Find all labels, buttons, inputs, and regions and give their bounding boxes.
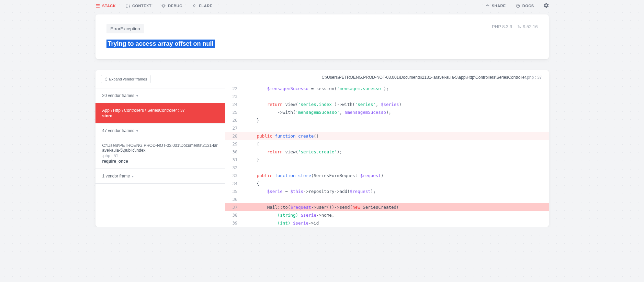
code-line-error: 37 Mail::to($request->user())->send(new … <box>225 203 549 211</box>
settings-button[interactable] <box>544 3 549 9</box>
vendor-frames-group-2[interactable]: 47 vendor frames ▾ <box>95 123 225 138</box>
expand-icon <box>105 77 108 81</box>
stack-icon <box>95 3 100 8</box>
code-line: 32 <box>225 164 549 172</box>
line-number: 29 <box>225 140 242 148</box>
exception-class-badge: ErrorException <box>106 24 144 33</box>
vendor-frames-3-label: 1 vendor frame <box>102 174 130 178</box>
frame-detail[interactable]: C:\Users\PETROENG.PROD-NOT-03.001\Docume… <box>95 138 225 169</box>
debug-icon <box>161 3 166 8</box>
code-line: 24 return view('series.index')->with('se… <box>225 100 549 108</box>
vendor-frames-group-3[interactable]: 1 vendor frame ▾ <box>95 169 225 184</box>
nav-share[interactable]: SHARE <box>485 3 506 8</box>
frame-detail-function: require_once <box>102 159 218 164</box>
vendor-frames-2-label: 47 vendor frames <box>102 128 134 133</box>
line-number: 26 <box>225 116 242 124</box>
error-header-card: ErrorException PHP 8.3.9 9.52.16 Trying … <box>95 14 549 59</box>
chevron-down-icon: ▾ <box>136 129 138 133</box>
nav-docs-label: DOCS <box>522 4 534 8</box>
line-number: 22 <box>225 85 242 93</box>
line-number: 23 <box>225 93 242 100</box>
svg-point-1 <box>162 5 165 7</box>
chevron-down-icon: ▾ <box>132 174 134 178</box>
code-line: 39 (int) $serie->id <box>225 219 549 227</box>
line-number: 31 <box>225 156 242 164</box>
code-line: 27 <box>225 124 549 132</box>
gear-icon <box>544 3 549 8</box>
frame-detail-meta: .php : 51 <box>102 153 218 158</box>
share-icon <box>485 3 490 8</box>
code-line: 22 $mensagemSucesso = session('mensagem.… <box>225 85 549 93</box>
nav-flare[interactable]: FLARE <box>192 3 212 8</box>
line-number: 36 <box>225 195 242 203</box>
code-line: 33 public function store(SeriesFormReque… <box>225 172 549 180</box>
code-line: 29 { <box>225 140 549 148</box>
version-info: PHP 8.3.9 9.52.16 <box>492 24 538 29</box>
code-line: 26 } <box>225 116 549 124</box>
svg-rect-0 <box>126 4 129 8</box>
laravel-version: 9.52.16 <box>523 24 538 29</box>
nav-debug[interactable]: DEBUG <box>161 3 182 8</box>
line-number: 37 <box>225 203 242 211</box>
stack-trace-card: Expand vendor frames 20 vendor frames ▾ … <box>95 70 549 227</box>
line-number: 30 <box>225 148 242 156</box>
code-line: 25 ->with('mensagemSucesso', $mensagemSu… <box>225 108 549 116</box>
code-line: 31 } <box>225 156 549 164</box>
stack-sidebar: Expand vendor frames 20 vendor frames ▾ … <box>95 70 225 227</box>
flare-icon <box>192 3 197 8</box>
code-file-path-text: C:\Users\PETROENG.PROD-NOT-03.001\Docume… <box>322 75 526 80</box>
line-number: 32 <box>225 164 242 172</box>
top-nav: STACK CONTEXT DEBUG FLARE <box>95 0 549 14</box>
code-line: 34 { <box>225 180 549 187</box>
line-number: 35 <box>225 187 242 195</box>
nav-context[interactable]: CONTEXT <box>125 3 151 8</box>
code-file-path: C:\Users\PETROENG.PROD-NOT-03.001\Docume… <box>225 70 549 85</box>
expand-vendor-frames-button[interactable]: Expand vendor frames <box>101 75 151 83</box>
nav-docs[interactable]: DOCS <box>516 3 534 8</box>
nav-stack[interactable]: STACK <box>95 3 116 8</box>
code-file-ext: .php : 37 <box>526 75 542 80</box>
line-number: 39 <box>225 219 242 227</box>
nav-debug-label: DEBUG <box>168 4 182 8</box>
vendor-frames-group-1[interactable]: 20 vendor frames ▾ <box>95 88 225 103</box>
code-line: 38 (string) $serie->nome, <box>225 211 549 219</box>
error-message: Trying to access array offset on null <box>106 40 215 48</box>
laravel-icon <box>517 24 521 29</box>
nav-stack-label: STACK <box>102 4 116 8</box>
vendor-frames-1-label: 20 vendor frames <box>102 93 134 98</box>
frame-detail-path: C:\Users\PETROENG.PROD-NOT-03.001\Docume… <box>102 143 218 153</box>
code-line: 36 <box>225 195 549 203</box>
nav-flare-label: FLARE <box>199 4 212 8</box>
nav-context-label: CONTEXT <box>132 4 151 8</box>
chevron-down-icon: ▾ <box>136 94 138 98</box>
line-number: 28 <box>225 132 242 140</box>
active-frame-path: App \ Http \ Controllers \ SeriesControl… <box>102 108 218 113</box>
line-number: 34 <box>225 180 242 187</box>
active-frame[interactable]: App \ Http \ Controllers \ SeriesControl… <box>95 103 225 123</box>
active-frame-function: store <box>102 113 218 118</box>
expand-label: Expand vendor frames <box>109 77 147 81</box>
code-line: 23 <box>225 93 549 100</box>
line-number: 24 <box>225 100 242 108</box>
line-number: 27 <box>225 124 242 132</box>
php-version: PHP 8.3.9 <box>492 24 512 29</box>
code-lines: 22 $mensagemSucesso = session('mensagem.… <box>225 85 549 227</box>
docs-icon <box>516 3 520 8</box>
code-line: 30 return view('series.create'); <box>225 148 549 156</box>
line-number: 25 <box>225 108 242 116</box>
code-line: 35 $serie = $this->repository->add($requ… <box>225 187 549 195</box>
code-panel: C:\Users\PETROENG.PROD-NOT-03.001\Docume… <box>225 70 549 227</box>
code-line-highlight: 28 public function create() <box>225 132 549 140</box>
line-number: 38 <box>225 211 242 219</box>
line-number: 33 <box>225 172 242 180</box>
context-icon <box>125 3 130 8</box>
nav-share-label: SHARE <box>492 4 506 8</box>
